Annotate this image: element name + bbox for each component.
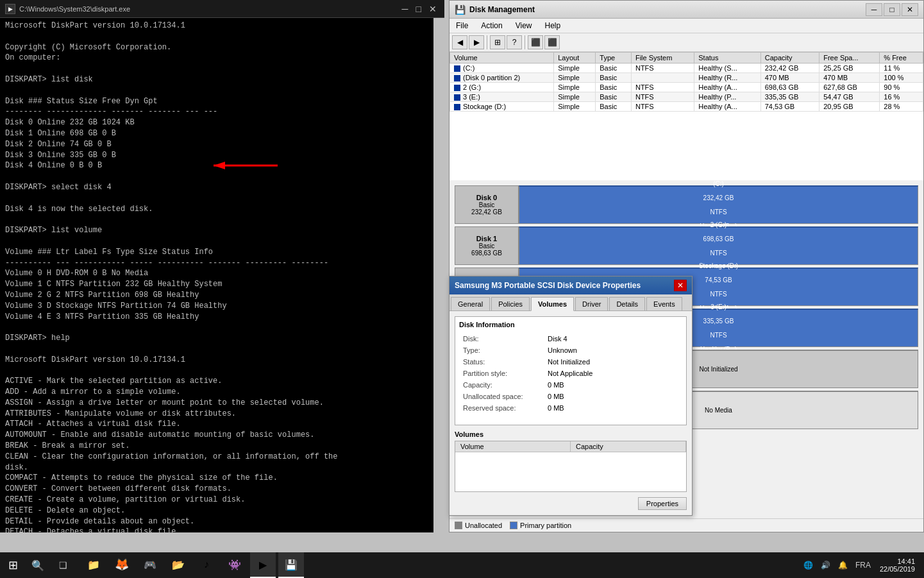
tab-policies[interactable]: Policies (491, 297, 530, 310)
th-layout[interactable]: Layout (554, 53, 596, 64)
dm-legend: Unallocated Primary partition (449, 518, 923, 532)
clock-date: 22/05/2019 (880, 565, 915, 573)
firefox-icon: 🦊 (114, 557, 130, 572)
th-capacity[interactable]: Capacity (760, 53, 819, 64)
properties-button[interactable]: Properties (638, 497, 687, 510)
toolbar-forward[interactable]: ▶ (469, 35, 484, 49)
table-cell: Healthy (R... (694, 73, 760, 83)
tab-details[interactable]: Details (609, 297, 645, 310)
disk-icon (454, 85, 460, 91)
table-row[interactable]: Stockage (D:)SimpleBasicNTFSHealthy (A..… (450, 102, 923, 112)
taskbar-app-files[interactable]: 📂 (165, 552, 191, 578)
label-unallocated: Unallocated space: (460, 391, 544, 402)
th-volume[interactable]: Volume (450, 53, 554, 64)
taskbar-app-diskpart[interactable]: 💾 (278, 552, 304, 578)
table-cell: NTFS (631, 64, 694, 73)
cmd-minimize[interactable]: ─ (399, 4, 411, 14)
table-row[interactable]: (Disk 0 partition 2)SimpleBasicHealthy (… (450, 73, 923, 83)
th-percentfree[interactable]: % Free (880, 53, 923, 64)
taskbar-app-steam[interactable]: 🎮 (137, 552, 163, 578)
dm-maximize[interactable]: □ (884, 3, 900, 16)
cmd-scrollbar[interactable] (433, 18, 444, 532)
dm-table-header: Volume Layout Type File System Status Ca… (450, 53, 923, 64)
table-cell: 232,42 GB (760, 64, 819, 73)
disk-size-label: 698,63 GB (471, 250, 502, 257)
start-button[interactable]: ⊞ (0, 552, 26, 578)
info-row-status: Status: Not Initialized (460, 357, 681, 367)
table-row[interactable]: 2 (G:)SimpleBasicNTFSHealthy (A...698,63… (450, 83, 923, 92)
dm-controls[interactable]: ─ □ ✕ (866, 3, 918, 16)
menu-file[interactable]: File (452, 20, 472, 31)
table-row[interactable]: 3 (E:)SimpleBasicNTFSHealthy (P...335,35… (450, 92, 923, 102)
table-cell: 54,47 GB (819, 92, 880, 102)
table-cell: 28 % (880, 102, 923, 112)
legend-unallocated-box (455, 522, 462, 529)
task-view-button[interactable]: ❑ (50, 552, 76, 578)
disk-label: Disk 1Basic698,63 GB (455, 226, 519, 265)
cmd-controls[interactable]: ─ □ ✕ (399, 4, 439, 14)
volume-icon[interactable]: 🔊 (818, 559, 833, 571)
disk-type-label: Basic (479, 201, 494, 208)
tab-general[interactable]: General (451, 297, 490, 310)
disk-label: Disk 0Basic232,42 GB (455, 185, 519, 224)
table-cell (631, 73, 694, 83)
dm-titlebar-left: 💾 Disk Management (455, 4, 535, 15)
segment-label: 335,35 GB (703, 318, 734, 325)
dm-close[interactable]: ✕ (902, 3, 918, 16)
disk-icon (454, 65, 460, 72)
dialog-title: Samsung M3 Portable SCSI Disk Device Pro… (455, 281, 641, 290)
menu-view[interactable]: View (512, 20, 536, 31)
disk-info-box: Disk Information Disk: Disk 4 Type: Unkn… (455, 316, 687, 425)
table-cell: Basic (596, 83, 632, 92)
th-freespace[interactable]: Free Spa... (819, 53, 880, 64)
menu-help[interactable]: Help (541, 20, 565, 31)
tab-volumes[interactable]: Volumes (531, 297, 574, 311)
label-capacity: Capacity: (460, 380, 544, 390)
segment-label: NTFS (710, 291, 727, 298)
disk-map-row: Disk 1Basic698,63 GB2 (G:)698,63 GBNTFSH… (455, 226, 918, 265)
disk-segment[interactable]: (C:)232,42 GBNTFSHealthy (S...) (519, 185, 918, 224)
search-button[interactable]: 🔍 (26, 552, 50, 578)
th-status[interactable]: Status (694, 53, 760, 64)
segment-label: Not Initialized (699, 366, 737, 373)
cmd-maximize[interactable]: □ (414, 4, 424, 14)
info-row-unallocated: Unallocated space: 0 MB (460, 391, 681, 402)
toolbar-btn3[interactable]: ⬛ (528, 35, 543, 49)
table-cell: Basic (596, 92, 632, 102)
table-row[interactable]: (C:)SimpleBasicNTFSHealthy (S...232,42 G… (450, 64, 923, 73)
toolbar-btn4[interactable]: ⬛ (544, 35, 560, 49)
disk-type-label: Basic (479, 242, 494, 250)
taskbar-app-spotify[interactable]: ♪ (194, 552, 219, 578)
toolbar-properties[interactable]: ⊞ (490, 35, 505, 49)
disk-segment[interactable]: 2 (G:)698,63 GBNTFSHealthy (A...) (519, 226, 918, 265)
language-indicator[interactable]: FRA (853, 559, 873, 571)
label-partition: Partition style: (460, 368, 544, 378)
th-filesystem[interactable]: File System (631, 53, 694, 64)
taskbar-app-cmd[interactable]: ▶ (250, 552, 276, 578)
toolbar-help[interactable]: ? (507, 35, 522, 49)
taskbar-apps: 📁 🦊 🎮 📂 ♪ 👾 ▶ 💾 (76, 552, 801, 578)
th-type[interactable]: Type (596, 53, 632, 64)
table-cell: 74,53 GB (760, 102, 819, 112)
cmd-icon: ▶ (5, 4, 15, 14)
dm-minimize[interactable]: ─ (866, 3, 882, 16)
tab-events[interactable]: Events (646, 297, 682, 310)
taskbar-app-firefox[interactable]: 🦊 (109, 552, 135, 578)
table-cell: Healthy (A... (694, 83, 760, 92)
table-cell: NTFS (631, 83, 694, 92)
menu-action[interactable]: Action (477, 20, 506, 31)
taskbar-app-reddit[interactable]: 👾 (222, 552, 248, 578)
properties-btn-area: Properties (455, 497, 687, 510)
tab-driver[interactable]: Driver (575, 297, 608, 310)
segment-label: (C:) (713, 180, 724, 187)
toolbar-back[interactable]: ◀ (452, 35, 467, 49)
dialog-close[interactable]: ✕ (674, 280, 687, 291)
notification-icon[interactable]: 🔔 (836, 559, 850, 571)
taskbar-app-explorer[interactable]: 📁 (81, 552, 106, 578)
spotify-icon: ♪ (199, 557, 214, 572)
network-icon[interactable]: 🌐 (801, 559, 816, 571)
table-cell: 470 MB (819, 73, 880, 83)
cmd-close[interactable]: ✕ (426, 4, 439, 14)
disk-icon (454, 75, 460, 81)
segment-label: 2 (G:) (710, 221, 727, 228)
